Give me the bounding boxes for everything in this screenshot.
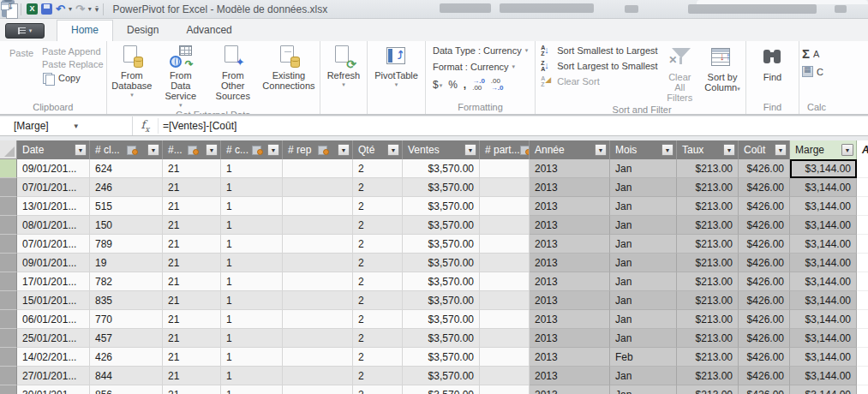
paste-button[interactable]: Paste bbox=[3, 43, 40, 59]
find-button[interactable]: Find bbox=[754, 45, 792, 83]
row-selector[interactable] bbox=[0, 272, 17, 291]
table-cell[interactable]: Jan bbox=[610, 291, 677, 310]
tab-advanced[interactable]: Advanced bbox=[172, 21, 245, 41]
table-cell[interactable]: $426.00 bbox=[739, 367, 790, 385]
copy-button[interactable]: Copy bbox=[42, 72, 104, 84]
table-cell[interactable]: 1 bbox=[221, 235, 283, 254]
table-cell[interactable]: $3,570.00 bbox=[403, 272, 480, 291]
table-cell[interactable]: $3,570.00 bbox=[403, 291, 480, 310]
autosum-button[interactable]: Σ A bbox=[802, 46, 823, 61]
row-selector[interactable] bbox=[0, 254, 17, 272]
table-cell[interactable]: $213.00 bbox=[677, 235, 739, 254]
table-cell[interactable]: $426.00 bbox=[739, 254, 790, 272]
table-cell[interactable] bbox=[283, 272, 353, 291]
table-cell[interactable] bbox=[283, 310, 353, 329]
table-cell[interactable]: 27/01/201... bbox=[17, 367, 90, 385]
excel-icon[interactable]: X bbox=[27, 3, 38, 15]
file-menu-button[interactable]: ▾ bbox=[5, 23, 45, 39]
column-header--c-[interactable]: # c...▼ bbox=[221, 140, 283, 159]
table-cell[interactable]: $3,570.00 bbox=[403, 329, 480, 348]
add-column-cell[interactable] bbox=[857, 197, 868, 216]
table-cell[interactable]: 789 bbox=[90, 235, 163, 254]
column-filter-dropdown[interactable]: ▼ bbox=[206, 144, 218, 156]
table-cell[interactable]: 150 bbox=[90, 216, 163, 235]
table-cell[interactable]: 2013 bbox=[530, 310, 610, 329]
table-cell[interactable]: 1 bbox=[221, 159, 283, 178]
row-selector[interactable] bbox=[0, 216, 17, 235]
table-cell[interactable]: $213.00 bbox=[677, 272, 739, 291]
table-cell[interactable]: $426.00 bbox=[739, 178, 790, 197]
table-cell[interactable]: Jan bbox=[610, 216, 677, 235]
table-cell[interactable]: 21 bbox=[163, 178, 221, 197]
select-all-corner[interactable] bbox=[0, 140, 17, 159]
column-filter-dropdown[interactable]: ▼ bbox=[338, 144, 350, 156]
table-cell[interactable]: $213.00 bbox=[677, 178, 739, 197]
table-cell[interactable]: 1 bbox=[221, 197, 283, 216]
refresh-button[interactable]: ⟳ Refresh ▾ bbox=[323, 43, 365, 88]
table-cell[interactable]: $3,144.00 bbox=[790, 291, 857, 310]
table-cell[interactable]: $426.00 bbox=[739, 329, 790, 348]
table-cell[interactable] bbox=[283, 348, 353, 367]
add-column-cell[interactable] bbox=[857, 385, 868, 394]
table-cell[interactable]: Jan bbox=[610, 310, 677, 329]
column-header--cl-[interactable]: # cl...▼ bbox=[90, 140, 163, 159]
row-selector[interactable] bbox=[0, 197, 17, 216]
add-column-header[interactable]: A bbox=[857, 140, 868, 159]
table-cell[interactable] bbox=[283, 197, 353, 216]
table-cell[interactable]: 457 bbox=[90, 329, 163, 348]
add-column-cell[interactable] bbox=[857, 329, 868, 348]
table-cell[interactable]: 2 bbox=[353, 348, 403, 367]
row-selector[interactable] bbox=[0, 329, 17, 348]
table-cell[interactable]: $3,570.00 bbox=[403, 197, 480, 216]
table-cell[interactable]: 21 bbox=[163, 385, 221, 394]
table-cell[interactable]: $426.00 bbox=[739, 310, 790, 329]
table-cell[interactable]: $3,570.00 bbox=[403, 254, 480, 272]
add-column-cell[interactable] bbox=[857, 310, 868, 329]
name-box-dropdown-icon[interactable]: ▼ bbox=[73, 122, 80, 130]
table-cell[interactable]: 21 bbox=[163, 310, 221, 329]
table-cell[interactable]: 515 bbox=[90, 197, 163, 216]
table-cell[interactable]: Jan bbox=[610, 385, 677, 394]
table-cell[interactable]: 2013 bbox=[530, 385, 610, 394]
table-cell[interactable]: Feb bbox=[610, 348, 677, 367]
add-column-cell[interactable] bbox=[857, 235, 868, 254]
table-cell[interactable]: 14/02/201... bbox=[17, 348, 90, 367]
pivottable-button[interactable]: ⤴ PivotTable ▾ bbox=[370, 43, 422, 88]
table-cell[interactable] bbox=[283, 329, 353, 348]
table-cell[interactable]: $3,570.00 bbox=[403, 385, 480, 394]
table-cell[interactable]: $213.00 bbox=[677, 254, 739, 272]
table-cell[interactable]: 624 bbox=[90, 159, 163, 178]
table-cell[interactable]: 2 bbox=[353, 329, 403, 348]
column-header-mois[interactable]: Mois▼ bbox=[610, 140, 677, 159]
column-filter-dropdown[interactable]: ▼ bbox=[267, 144, 279, 156]
table-cell[interactable]: 2013 bbox=[530, 272, 610, 291]
table-cell[interactable]: $3,144.00 bbox=[790, 197, 857, 216]
table-cell[interactable]: 21 bbox=[163, 291, 221, 310]
table-cell[interactable]: Jan bbox=[610, 329, 677, 348]
table-cell[interactable]: $426.00 bbox=[739, 348, 790, 367]
table-cell[interactable]: 2013 bbox=[530, 254, 610, 272]
table-cell[interactable]: 21 bbox=[163, 235, 221, 254]
table-cell[interactable]: 2 bbox=[353, 310, 403, 329]
column-filter-dropdown[interactable]: ▼ bbox=[75, 144, 87, 156]
table-cell[interactable]: 2013 bbox=[530, 197, 610, 216]
table-cell[interactable]: 21 bbox=[163, 329, 221, 348]
table-cell[interactable]: $213.00 bbox=[677, 348, 739, 367]
increase-decimal-button[interactable]: →.0 .00 bbox=[472, 78, 485, 92]
table-cell[interactable]: 2 bbox=[353, 254, 403, 272]
table-cell[interactable]: 21 bbox=[163, 197, 221, 216]
table-cell[interactable]: 21 bbox=[163, 216, 221, 235]
table-cell[interactable]: $213.00 bbox=[677, 385, 739, 394]
table-cell[interactable]: 21 bbox=[163, 272, 221, 291]
customize-qat-icon[interactable]: ▾̄ bbox=[95, 5, 99, 14]
table-cell[interactable]: $3,144.00 bbox=[790, 216, 857, 235]
sort-ascending-button[interactable]: AZ↓ Sort Smallest to Largest bbox=[541, 45, 657, 57]
table-cell[interactable]: Jan bbox=[610, 272, 677, 291]
table-cell[interactable]: 07/01/201... bbox=[17, 235, 90, 254]
table-cell[interactable]: 07/01/201... bbox=[17, 178, 90, 197]
column-filter-dropdown[interactable]: ▼ bbox=[147, 144, 159, 156]
table-cell[interactable]: 1 bbox=[221, 329, 283, 348]
table-cell[interactable]: 2013 bbox=[530, 178, 610, 197]
table-cell[interactable]: 2 bbox=[353, 159, 403, 178]
table-cell[interactable]: $3,144.00 bbox=[790, 329, 857, 348]
